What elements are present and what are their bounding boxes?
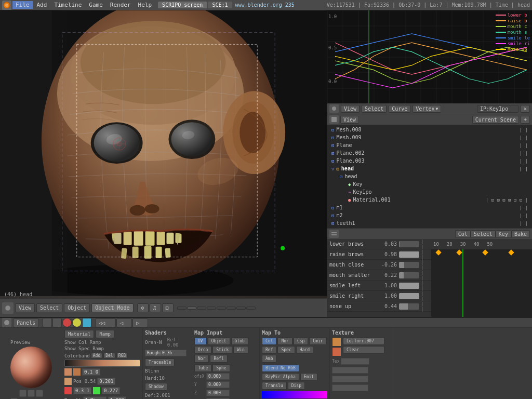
outliner-item-mesh009[interactable]: ⊡ Mesh.009 | | xyxy=(327,134,532,141)
tex-orange-btn-2[interactable] xyxy=(332,347,341,356)
mi-stick-btn[interactable]: Stick xyxy=(212,346,232,354)
colorband-rgb-btn[interactable]: RGB xyxy=(116,353,128,358)
outliner-scene-btn[interactable]: Current Scene xyxy=(472,116,519,124)
ipo-editor[interactable]: lower b raise b mouth c mouth s smile le xyxy=(327,10,532,114)
mat-type-btn[interactable]: Material xyxy=(64,330,94,338)
mat-r2-input[interactable] xyxy=(73,387,91,394)
mat-col-swatch-3[interactable] xyxy=(64,378,72,385)
shaders-shadow-btn[interactable]: Shadow xyxy=(145,383,167,391)
mt-color-ramp[interactable] xyxy=(262,391,327,398)
tex-val-2[interactable] xyxy=(332,367,368,374)
mat-mix-input[interactable] xyxy=(83,396,107,399)
outliner-item-keyipo[interactable]: ~ KeyIpo xyxy=(344,188,532,196)
mi-sphe-btn[interactable]: Sphe xyxy=(212,364,230,372)
sk-bake-btn[interactable]: Bake xyxy=(511,230,530,238)
outliner-menu-icon[interactable] xyxy=(329,115,339,124)
mt-blend-btn[interactable]: Blend No RGB xyxy=(262,364,299,372)
prop-icon-3[interactable] xyxy=(62,318,72,327)
screen-tab-sce[interactable]: SCE:1 xyxy=(208,2,232,8)
mt-emit-btn[interactable]: Emit xyxy=(300,373,317,381)
tex-val-1[interactable] xyxy=(341,358,369,365)
mt-nor-btn[interactable]: Nor xyxy=(277,337,292,345)
panels-btn[interactable]: Panels xyxy=(13,318,39,327)
mat-g-input[interactable] xyxy=(102,387,120,394)
mat-r-swatch[interactable] xyxy=(64,387,72,394)
outliner-item-m1[interactable]: ⊡ m1 | | xyxy=(327,204,532,211)
tex-val-3[interactable] xyxy=(332,376,368,382)
menu-add[interactable]: Add xyxy=(34,1,50,9)
mi-nor-btn[interactable]: Nor xyxy=(194,355,209,363)
sk-select-btn[interactable]: Select xyxy=(471,230,496,238)
outliner-item-plane002[interactable]: ⊡ Plane.002 | | xyxy=(327,149,532,157)
shaders-traceable-btn[interactable]: Traceable xyxy=(145,358,175,366)
menu-game[interactable]: Game xyxy=(86,1,106,9)
frame-num-btn[interactable]: ◁◁ xyxy=(95,318,116,327)
ipo-view-btn[interactable]: View xyxy=(341,105,360,113)
prop-icon-5[interactable] xyxy=(82,318,91,327)
mi-refl-btn[interactable]: Refl xyxy=(210,355,227,363)
mi-glob-btn[interactable]: Glob xyxy=(231,337,248,345)
viewport-grid-8[interactable] xyxy=(246,307,256,310)
mat-col-swatch-2[interactable] xyxy=(73,368,81,376)
mt-amb-btn[interactable]: Amb xyxy=(262,355,276,363)
shaders-rough-input[interactable] xyxy=(145,350,187,356)
prop-icon-1[interactable] xyxy=(43,318,52,327)
preview-option-2[interactable] xyxy=(28,390,35,397)
tex-clear-btn[interactable]: Clear xyxy=(343,346,384,354)
ipo-menu-icon[interactable] xyxy=(329,104,339,113)
colorband-del-btn[interactable]: Del xyxy=(103,353,115,358)
viewport-grid-1[interactable] xyxy=(177,307,187,310)
mi-orco-btn[interactable]: Orco xyxy=(194,346,211,354)
viewport-grid-7[interactable] xyxy=(236,307,246,310)
viewport-view-btn[interactable]: View xyxy=(15,303,35,312)
mat-ramp-btn[interactable]: Ramp xyxy=(96,330,114,338)
blender-icon[interactable] xyxy=(2,1,11,10)
mi-ofsx-input[interactable] xyxy=(206,373,230,380)
screen-tab-scripo[interactable]: SCRIPO screen xyxy=(158,2,207,8)
viewport-grid-2[interactable] xyxy=(187,307,196,310)
mat-col-swatch-1[interactable] xyxy=(64,368,72,376)
outliner-add-scene-btn[interactable]: + xyxy=(521,116,530,124)
sk-timeline-view[interactable] xyxy=(431,249,532,317)
mt-spec-btn[interactable]: Spec xyxy=(277,346,295,354)
vp-icon-btn-3[interactable]: ⊡ xyxy=(162,303,174,312)
props-menu-icon[interactable] xyxy=(2,318,11,327)
outliner-item-plane003[interactable]: ⊡ Plane.003 | | xyxy=(327,157,532,165)
menu-render[interactable]: Render xyxy=(107,1,134,9)
mi-obj-btn[interactable]: Object xyxy=(208,337,230,345)
outliner-item-key[interactable]: ◆ Key xyxy=(344,180,532,188)
ipo-vertex-btn[interactable]: Vertex ▼ xyxy=(413,105,441,113)
preview-option-3[interactable] xyxy=(36,390,43,397)
menu-file[interactable]: File xyxy=(12,1,33,9)
menu-timeline[interactable]: Timeline xyxy=(51,1,85,9)
vp-icon-btn-2[interactable]: ♫ xyxy=(150,303,161,312)
play-btn[interactable]: ▷ xyxy=(132,318,148,327)
mat-r-input[interactable] xyxy=(82,368,100,376)
tex-orange-btn-1[interactable] xyxy=(332,337,341,347)
outliner-item-head-mesh[interactable]: ⊡ head xyxy=(336,172,532,180)
ipo-select-btn[interactable]: Select xyxy=(362,105,387,113)
viewport-select-btn[interactable]: Select xyxy=(36,303,62,312)
viewport-grid-5[interactable] xyxy=(217,307,226,310)
outliner-item-teeth1[interactable]: ⊡ teeth1 | | xyxy=(327,219,532,227)
mat-val-input[interactable] xyxy=(108,396,126,399)
mi-win-btn[interactable]: Win xyxy=(233,346,248,354)
viewport-grid-6[interactable] xyxy=(227,307,236,310)
sk-menu-icon[interactable] xyxy=(329,230,339,238)
outliner-item-mesh008[interactable]: ⊡ Mesh.008 | | xyxy=(327,126,532,134)
viewport-grid-3[interactable] xyxy=(197,307,206,310)
ipo-keypo-field[interactable]: IP:KeyIpo xyxy=(477,105,518,113)
outliner-item-material[interactable]: ● Material.001 | ⊡ ⊡ ⊡ ⊡ ⊡ ⊡ | xyxy=(344,196,532,204)
colorband-add-btn[interactable]: Add xyxy=(91,353,102,358)
outliner-item-plane[interactable]: ⊡ Plane | | xyxy=(327,141,532,149)
ipo-close-btn[interactable]: × xyxy=(521,105,530,113)
vp-icon-btn-1[interactable]: ⊙ xyxy=(137,303,149,312)
prop-icon-4[interactable] xyxy=(72,318,82,327)
mt-translu-btn[interactable]: Translu xyxy=(262,382,287,390)
prop-icon-2[interactable] xyxy=(52,318,62,327)
blender-url-link[interactable]: www.blender.org 235 xyxy=(235,2,295,8)
mi-tube-btn[interactable]: Tube xyxy=(194,364,211,372)
mat-g-swatch[interactable] xyxy=(93,387,100,394)
outliner-item-head-main[interactable]: ▽ ⊡ head | | xyxy=(327,165,532,172)
mi-uv-btn[interactable]: UV xyxy=(194,337,207,345)
